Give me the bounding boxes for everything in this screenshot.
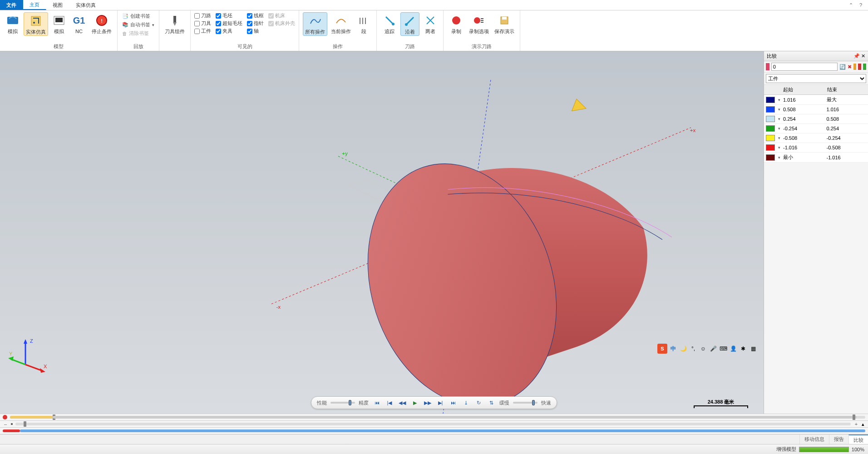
refresh-icon[interactable]: 🔄 xyxy=(839,64,846,70)
loop-button[interactable]: ↻ xyxy=(474,398,483,407)
ime-toolbar[interactable]: S 中 🌙 °, ☺ 🎤 ⌨ 👤 ✱ ▦ xyxy=(656,343,758,355)
punct-icon[interactable]: °, xyxy=(689,345,697,353)
moon-icon[interactable]: 🌙 xyxy=(679,345,687,353)
chk-excess[interactable]: 超短毛坯 xyxy=(216,20,242,27)
chk-machine[interactable]: 机床 xyxy=(268,12,295,19)
mic-icon[interactable]: 🎤 xyxy=(709,345,717,353)
clear-icon[interactable]: ✖ xyxy=(848,64,852,70)
compare-value-input[interactable] xyxy=(771,63,838,71)
box3-icon[interactable] xyxy=(863,64,866,70)
panel-pin-icon[interactable]: 📌 xyxy=(853,53,860,59)
cube-icon xyxy=(766,63,769,70)
scale-indicator: 24.388 毫米 xyxy=(691,398,751,409)
next-bookmark-button[interactable]: ▶| xyxy=(436,398,445,407)
file-tab[interactable]: 文件 xyxy=(0,0,23,10)
workpiece-select[interactable]: 工件 xyxy=(766,74,866,83)
scene-svg: -x +x +y xyxy=(0,51,868,414)
panel-close-icon[interactable]: ✕ xyxy=(861,53,865,59)
swap-button[interactable]: ⇅ xyxy=(487,398,496,407)
current-op-button[interactable]: 当前操作 xyxy=(329,12,353,35)
prev-bookmark-button[interactable]: |◀ xyxy=(385,398,394,407)
ribbon-group-toolpath: 追踪 沿着 两者 刀路 xyxy=(377,10,444,51)
segment-button[interactable]: 段 xyxy=(355,12,373,35)
axis-z-label: Z xyxy=(30,338,33,344)
nc-button[interactable]: G1 NC xyxy=(70,12,88,35)
chk-fixture[interactable]: 夹具 xyxy=(216,28,242,35)
timeline-1[interactable] xyxy=(0,414,868,420)
tab-compare[interactable]: 比较 xyxy=(848,434,868,444)
table-row[interactable]: ▾-0.2540.254 xyxy=(764,124,868,133)
grid-icon[interactable]: ▦ xyxy=(749,345,757,353)
trace-button[interactable]: 追踪 xyxy=(380,12,399,35)
clear-bookmark[interactable]: 🗑清除书签 xyxy=(121,30,155,37)
keyboard-icon[interactable]: ⌨ xyxy=(719,345,727,353)
table-row[interactable]: ▾0.2540.508 xyxy=(764,114,868,124)
step-back-button[interactable]: ◀◀ xyxy=(398,398,407,407)
bookmark-clear-icon: 🗑 xyxy=(122,31,127,36)
tab-solid-sim[interactable]: 实体仿真 xyxy=(69,0,103,10)
chk-wireframe[interactable]: 线框 xyxy=(247,12,264,19)
along-button[interactable]: 沿着 xyxy=(400,12,419,36)
chk-workpiece[interactable]: 工件 xyxy=(194,28,211,35)
step-fwd-button[interactable]: ▶▶ xyxy=(423,398,432,407)
ribbon-group-model: 模拟 实体仿真 模拟 G1 NC ! 停止条件 模型 xyxy=(0,10,118,51)
play-button[interactable]: ▶ xyxy=(410,398,419,407)
table-row[interactable]: ▾最小-1.016 xyxy=(764,153,868,163)
save-demo-button[interactable]: 保存演示 xyxy=(493,12,516,35)
simulate-button[interactable]: 模拟 xyxy=(4,12,22,35)
simulate2-button[interactable]: 模拟 xyxy=(50,12,68,35)
insert-bookmark-button[interactable]: ⤓ xyxy=(461,398,470,407)
table-row[interactable]: ▾1.016最大 xyxy=(764,95,868,105)
tool-components-button[interactable]: 刀具组件 xyxy=(163,12,187,35)
panel-value-row: 🔄 ✖ xyxy=(764,61,868,73)
tab-view[interactable]: 视图 xyxy=(46,0,69,10)
status-bar: 增强模型 100% xyxy=(0,444,868,454)
auto-bookmark[interactable]: 📚自动书签▾ xyxy=(121,21,155,29)
table-row[interactable]: ▾0.5081.016 xyxy=(764,105,868,114)
timelines: – + ▴ xyxy=(0,414,868,434)
box1-icon[interactable] xyxy=(853,64,857,70)
record-button[interactable]: 录制 xyxy=(447,12,465,35)
go-start-button[interactable]: ⏮ xyxy=(372,398,381,407)
perf-slider[interactable] xyxy=(330,402,355,404)
emoji-icon[interactable]: ☺ xyxy=(699,345,707,353)
chk-pointer[interactable]: 指针 xyxy=(247,20,264,27)
svg-line-22 xyxy=(25,365,43,371)
go-end-button[interactable]: ⏭ xyxy=(449,398,458,407)
status-mode: 增强模型 xyxy=(776,446,796,453)
svg-point-9 xyxy=(452,16,460,25)
speed-slider[interactable] xyxy=(513,402,538,404)
table-row[interactable]: ▾-1.016-0.508 xyxy=(764,143,868,153)
chk-axis[interactable]: 轴 xyxy=(247,28,264,35)
group-label-playback: 回放 xyxy=(121,43,155,50)
lang-toggle[interactable]: 中 xyxy=(669,345,677,353)
box2-icon[interactable] xyxy=(858,64,861,70)
compare-panel: 比较 📌 ✕ 🔄 ✖ 工件 起始 结束 ▾1.016最大▾0.5081.016▾… xyxy=(764,51,868,414)
timeline-2[interactable]: – + ▴ xyxy=(0,420,868,427)
all-ops-button[interactable]: 所有操作 xyxy=(303,12,327,36)
chk-toolpath[interactable]: 刀路 xyxy=(194,12,211,19)
tab-home[interactable]: 主页 xyxy=(23,0,46,10)
person-icon[interactable]: 👤 xyxy=(729,345,737,353)
solid-sim-button[interactable]: 实体仿真 xyxy=(24,12,48,36)
chk-stock[interactable]: 毛坯 xyxy=(216,12,242,19)
record-options-button[interactable]: 录制选项 xyxy=(467,12,491,35)
create-bookmark[interactable]: 📑创建书签 xyxy=(121,12,155,20)
sogou-icon[interactable]: S xyxy=(657,344,667,354)
collapse-ribbon-icon[interactable]: ⌃ xyxy=(847,1,854,9)
timeline-3[interactable] xyxy=(0,427,868,434)
tab-report[interactable]: 报告 xyxy=(829,434,848,444)
perf-label: 性能 xyxy=(317,400,327,406)
stop-conditions-button[interactable]: ! 停止条件 xyxy=(90,12,113,35)
axis-gizmo[interactable]: Z X Y xyxy=(7,336,48,377)
both-button[interactable]: 两者 xyxy=(421,12,439,35)
tab-move-info[interactable]: 移动信息 xyxy=(799,434,829,444)
bookmark-auto-icon: 📚 xyxy=(122,22,128,28)
table-row[interactable]: ▾-0.508-0.254 xyxy=(764,133,868,143)
chk-tool[interactable]: 刀具 xyxy=(194,20,211,27)
viewport-3d[interactable]: -x +x +y Z X Y xyxy=(0,51,868,414)
help-icon[interactable]: ? xyxy=(857,1,864,9)
settings-icon[interactable]: ✱ xyxy=(739,345,747,353)
chk-machine-housing[interactable]: 机床外壳 xyxy=(268,20,295,27)
ribbon-group-playback: 📑创建书签 📚自动书签▾ 🗑清除书签 回放 xyxy=(118,10,159,51)
